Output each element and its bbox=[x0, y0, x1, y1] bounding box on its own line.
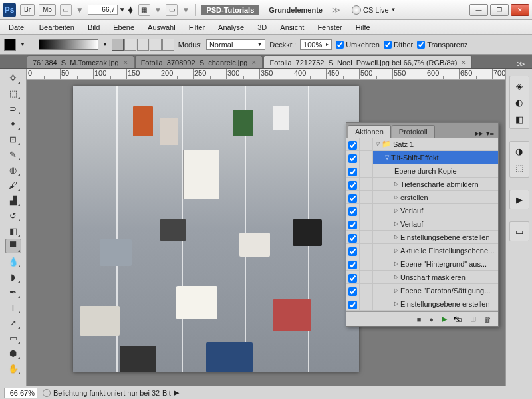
styles-icon[interactable]: ⬚ bbox=[512, 160, 527, 175]
action-toggle-checkbox[interactable] bbox=[348, 194, 357, 203]
move-tool[interactable]: ✥ bbox=[5, 70, 21, 85]
expand-arrow-icon[interactable]: ▷ bbox=[394, 247, 398, 253]
new-action-button[interactable]: ⊞ bbox=[470, 315, 476, 323]
expand-arrow-icon[interactable]: ▷ bbox=[394, 207, 398, 213]
screen-mode-icon[interactable]: ▭ bbox=[60, 4, 72, 16]
menu-fenster[interactable]: Fenster bbox=[311, 22, 348, 33]
action-row[interactable]: ▷Ebene "Hintergrund" aus... bbox=[346, 257, 498, 271]
close-tab-icon[interactable]: ✕ bbox=[251, 59, 257, 66]
action-toggle-checkbox[interactable] bbox=[348, 287, 357, 297]
expand-arrow-icon[interactable]: ▷ bbox=[394, 287, 398, 293]
action-toggle-checkbox[interactable] bbox=[348, 167, 357, 177]
new-set-button[interactable]: 🗀 bbox=[455, 315, 462, 323]
action-toggle-checkbox[interactable] bbox=[348, 154, 357, 164]
menu-ebene[interactable]: Ebene bbox=[107, 22, 140, 33]
dodge-tool[interactable]: ◗ bbox=[5, 269, 21, 284]
action-toggle-checkbox[interactable] bbox=[348, 180, 357, 190]
heal-tool[interactable]: ◍ bbox=[5, 162, 21, 177]
lasso-tool[interactable]: ⊃ bbox=[5, 101, 21, 116]
foreground-swatch[interactable] bbox=[4, 39, 16, 51]
action-row[interactable]: ▷Tiefenschärfe abmildern bbox=[346, 178, 498, 191]
gradient-diamond-button[interactable] bbox=[162, 39, 174, 51]
pen-tool[interactable]: ✒ bbox=[5, 285, 21, 299]
action-row[interactable]: ▷Verlauf bbox=[346, 217, 498, 231]
panel-menu-icon[interactable]: ▾≡ bbox=[486, 129, 494, 138]
3d-tool[interactable]: ⬢ bbox=[5, 346, 21, 360]
shape-tool[interactable]: ▭ bbox=[5, 331, 21, 345]
action-toggle-checkbox[interactable] bbox=[348, 207, 357, 217]
menu-filter[interactable]: Filter bbox=[183, 22, 211, 33]
mode-select[interactable]: Normal▼ bbox=[206, 39, 265, 50]
menu-hilfe[interactable]: Hilfe bbox=[350, 22, 376, 33]
close-tab-icon[interactable]: ✕ bbox=[461, 59, 466, 66]
menu-bearbeiten[interactable]: Bearbeiten bbox=[33, 22, 80, 33]
action-toggle-checkbox[interactable] bbox=[348, 273, 357, 283]
hand-tool[interactable]: ✋ bbox=[5, 361, 21, 376]
menu-ansicht[interactable]: Ansicht bbox=[274, 22, 310, 33]
zoom-input[interactable] bbox=[88, 5, 118, 15]
extras-icon[interactable]: ▭ bbox=[166, 4, 178, 16]
expand-arrow-icon[interactable]: ▽ bbox=[385, 154, 389, 160]
action-toggle-checkbox[interactable] bbox=[348, 247, 357, 257]
gradient-preview[interactable] bbox=[39, 39, 98, 50]
expand-arrow-icon[interactable]: ▷ bbox=[394, 301, 398, 307]
action-toggle-checkbox[interactable] bbox=[348, 300, 357, 310]
opacity-field[interactable]: 100%▸ bbox=[300, 39, 332, 50]
action-row[interactable]: ▽📁Satz 1 bbox=[346, 138, 498, 151]
menu-3d[interactable]: 3D bbox=[251, 22, 273, 33]
tab-protokoll[interactable]: Protokoll bbox=[392, 125, 435, 138]
action-row[interactable]: ▷Einstellungsebene erstellen bbox=[346, 297, 498, 311]
tab-aktionen[interactable]: Aktionen bbox=[348, 125, 391, 138]
eyedropper-tool[interactable]: ✎ bbox=[5, 147, 21, 162]
layers-icon[interactable]: ◈ bbox=[512, 78, 527, 93]
action-row[interactable]: ▷Verlauf bbox=[346, 204, 498, 217]
minimize-button[interactable]: — bbox=[469, 4, 488, 16]
stop-button[interactable]: ■ bbox=[417, 315, 422, 323]
action-row[interactable]: ▷erstellen bbox=[346, 191, 498, 204]
dither-checkbox[interactable]: Dither bbox=[384, 41, 413, 49]
workspace-grundelemente[interactable]: Grundelemente bbox=[263, 5, 328, 15]
eraser-tool[interactable]: ◧ bbox=[5, 223, 21, 238]
crop-tool[interactable]: ⊡ bbox=[5, 132, 21, 146]
gradient-tool[interactable]: ▀ bbox=[5, 239, 21, 253]
bridge-button[interactable]: Br bbox=[20, 4, 35, 16]
wand-tool[interactable]: ✦ bbox=[5, 116, 21, 131]
action-toggle-checkbox[interactable] bbox=[348, 220, 357, 230]
action-toggle-checkbox[interactable] bbox=[348, 233, 357, 243]
close-button[interactable]: ✕ bbox=[511, 4, 529, 16]
tab-overflow-icon[interactable]: ≫ bbox=[510, 59, 532, 68]
gradient-reflected-button[interactable] bbox=[150, 39, 162, 51]
chevron-right-icon[interactable]: ≫ bbox=[332, 5, 340, 15]
minibridge-button[interactable]: Mb bbox=[39, 4, 56, 16]
channels-icon[interactable]: ◐ bbox=[512, 95, 527, 110]
menu-auswahl[interactable]: Auswahl bbox=[142, 22, 182, 33]
menu-bild[interactable]: Bild bbox=[82, 22, 106, 33]
action-row[interactable]: ▷Aktuelle Einstellungsebene... bbox=[346, 244, 498, 257]
blur-tool[interactable]: 💧 bbox=[5, 254, 21, 269]
expand-arrow-icon[interactable]: ▷ bbox=[394, 194, 398, 200]
delete-button[interactable]: 🗑 bbox=[484, 315, 491, 323]
document-tab[interactable]: 761384_S_M.Tomczak.jpg✕ bbox=[27, 55, 134, 68]
panel-collapse-icon[interactable]: ▸▸ bbox=[475, 129, 483, 138]
expand-arrow-icon[interactable]: ▷ bbox=[394, 181, 398, 187]
play-button[interactable]: ▶ bbox=[442, 315, 447, 323]
action-toggle-checkbox[interactable] bbox=[348, 140, 357, 150]
action-row[interactable]: Ebene durch Kopie bbox=[346, 164, 498, 178]
history-brush-tool[interactable]: ↺ bbox=[5, 208, 21, 223]
action-row[interactable]: ▷Ebene "Farbton/Sättigung... bbox=[346, 284, 498, 297]
document-canvas[interactable] bbox=[73, 86, 359, 372]
maximize-button[interactable]: ❐ bbox=[490, 4, 509, 16]
action-toggle-checkbox[interactable] bbox=[348, 260, 357, 270]
record-button[interactable]: ● bbox=[429, 315, 434, 323]
menu-analyse[interactable]: Analyse bbox=[212, 22, 250, 33]
path-tool[interactable]: ↗ bbox=[5, 315, 21, 330]
workspace-psd-tutorials[interactable]: PSD-Tutorials bbox=[201, 5, 259, 15]
close-tab-icon[interactable]: ✕ bbox=[123, 59, 128, 66]
action-row[interactable]: ▷Unscharf maskieren bbox=[346, 271, 498, 284]
cs-live-button[interactable]: CS Live▼ bbox=[352, 5, 396, 15]
document-tab[interactable]: Fotolia_3708992_S_chanreic.jpg✕ bbox=[135, 55, 263, 68]
type-tool[interactable]: T bbox=[5, 300, 21, 315]
expand-arrow-icon[interactable]: ▷ bbox=[394, 234, 398, 240]
paths-icon[interactable]: ◧ bbox=[512, 112, 527, 126]
action-row[interactable]: ▷Einstellungsebene erstellen bbox=[346, 231, 498, 244]
